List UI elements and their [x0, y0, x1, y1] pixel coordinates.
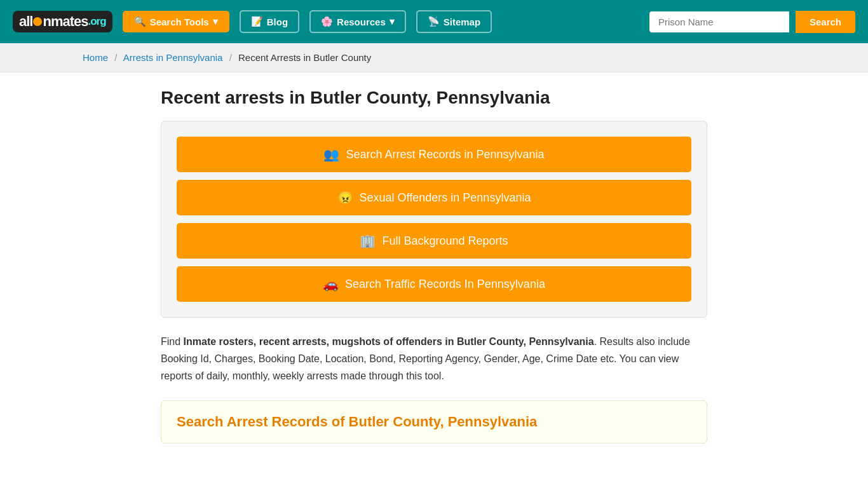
prison-search-button[interactable]: Search: [796, 11, 855, 33]
sitemap-button[interactable]: 📡 Sitemap: [416, 10, 492, 33]
search-tools-icon: 🔍: [134, 16, 146, 27]
header-search: Search: [649, 11, 855, 33]
breadcrumb-arrests-pa[interactable]: Arrests in Pennsylvania: [123, 52, 223, 63]
prison-search-input[interactable]: [649, 11, 789, 32]
action-card: 👥 Search Arrest Records in Pennsylvania …: [161, 121, 707, 318]
breadcrumb-home[interactable]: Home: [83, 52, 108, 63]
search-record-section: Search Arrest Records of Butler County, …: [161, 400, 707, 444]
site-logo[interactable]: allnmates.org: [13, 11, 112, 32]
blog-icon: 📝: [251, 16, 263, 27]
description-bold: Inmate rosters, recent arrests, mugshots…: [184, 336, 594, 347]
page-description: Find Inmate rosters, recent arrests, mug…: [161, 333, 707, 385]
chevron-down-icon-resources: ▾: [390, 16, 395, 27]
resources-icon: 🌸: [321, 16, 333, 27]
logo-dot: [33, 17, 42, 26]
breadcrumb-current: Recent Arrests in Butler County: [238, 52, 371, 63]
sitemap-icon: 📡: [428, 16, 440, 27]
chevron-down-icon: ▾: [213, 16, 218, 27]
search-traffic-records-button[interactable]: 🚗 Search Traffic Records In Pennsylvania: [177, 266, 691, 302]
users-icon: 👥: [323, 147, 339, 162]
logo-org: .org: [88, 15, 106, 28]
main-header: allnmates.org 🔍 Search Tools ▾ 📝 Blog 🌸 …: [0, 0, 868, 43]
full-background-reports-button[interactable]: 🏢 Full Background Reports: [177, 223, 691, 259]
search-arrest-records-button[interactable]: 👥 Search Arrest Records in Pennsylvania: [177, 137, 691, 172]
breadcrumb-sep-1: /: [114, 52, 117, 63]
building-icon: 🏢: [360, 233, 376, 248]
page-title: Recent arrests in Butler County, Pennsyl…: [161, 88, 707, 108]
sexual-offenders-button[interactable]: 😠 Sexual Offenders in Pennsylvania: [177, 180, 691, 215]
search-tools-button[interactable]: 🔍 Search Tools ▾: [123, 11, 229, 32]
search-record-title: Search Arrest Records of Butler County, …: [177, 414, 691, 430]
main-content: Recent arrests in Butler County, Pennsyl…: [148, 72, 720, 471]
breadcrumb-sep-2: /: [229, 52, 232, 63]
logo-all: all: [19, 13, 32, 30]
breadcrumb: Home / Arrests in Pennsylvania / Recent …: [0, 43, 868, 72]
car-icon: 🚗: [323, 276, 339, 292]
offender-icon: 😠: [337, 190, 353, 205]
blog-button[interactable]: 📝 Blog: [240, 10, 299, 33]
logo-inmates: nmates: [43, 13, 88, 30]
resources-button[interactable]: 🌸 Resources ▾: [309, 10, 406, 33]
